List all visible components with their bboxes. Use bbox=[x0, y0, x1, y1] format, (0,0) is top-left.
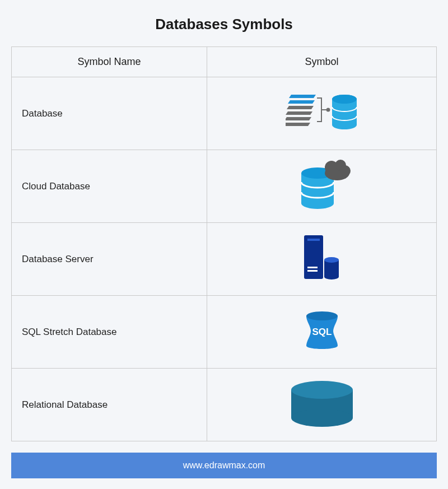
table-header-row: Symbol Name Symbol bbox=[12, 47, 437, 77]
footer-text: www.edrawmax.com bbox=[183, 460, 265, 470]
svg-point-9 bbox=[332, 120, 357, 129]
relational-database-icon bbox=[286, 379, 358, 429]
table-row: Cloud Database bbox=[12, 150, 437, 223]
table-row: Database bbox=[12, 77, 437, 150]
symbol-image-cell bbox=[207, 369, 437, 441]
symbol-image-cell bbox=[207, 77, 437, 150]
symbol-name-cell: Cloud Database bbox=[12, 150, 207, 223]
symbol-name-cell: SQL Stretch Database bbox=[12, 296, 207, 369]
sql-label: SQL bbox=[312, 327, 332, 337]
sql-stretch-icon: SQL bbox=[300, 309, 344, 353]
svg-point-27 bbox=[291, 409, 353, 427]
svg-marker-5 bbox=[286, 123, 310, 126]
svg-point-28 bbox=[291, 381, 353, 399]
symbol-image-cell bbox=[207, 150, 437, 223]
symbol-name-cell: Database bbox=[12, 77, 207, 150]
database-server-icon bbox=[300, 233, 344, 283]
page-title: Databases Symbols bbox=[11, 16, 437, 33]
svg-marker-2 bbox=[287, 106, 314, 109]
col-header-symbol: Symbol bbox=[207, 47, 437, 77]
svg-rect-21 bbox=[307, 270, 318, 272]
svg-point-12 bbox=[301, 198, 334, 209]
svg-point-25 bbox=[306, 311, 338, 320]
symbol-image-cell bbox=[207, 223, 437, 296]
symbols-table: Symbol Name Symbol Database bbox=[11, 46, 437, 441]
col-header-name: Symbol Name bbox=[12, 47, 207, 77]
svg-point-6 bbox=[326, 108, 329, 111]
table-row: Relational Database bbox=[12, 369, 437, 441]
svg-rect-18 bbox=[304, 235, 323, 279]
page-container: Databases Symbols Symbol Name Symbol Dat… bbox=[11, 16, 437, 478]
footer-bar: www.edrawmax.com bbox=[11, 453, 437, 478]
table-row: SQL Stretch Database SQL bbox=[12, 296, 437, 369]
symbol-name-cell: Database Server bbox=[12, 223, 207, 296]
table-row: Database Server bbox=[12, 223, 437, 296]
svg-point-10 bbox=[332, 95, 357, 104]
cloud-database-icon bbox=[291, 159, 353, 212]
svg-marker-3 bbox=[286, 111, 312, 115]
svg-point-23 bbox=[324, 274, 339, 280]
svg-marker-1 bbox=[288, 100, 315, 104]
database-icon bbox=[286, 90, 358, 135]
svg-marker-0 bbox=[289, 95, 316, 98]
svg-rect-20 bbox=[307, 267, 318, 268]
svg-rect-19 bbox=[307, 239, 320, 241]
symbol-name-cell: Relational Database bbox=[12, 369, 207, 441]
symbol-image-cell: SQL bbox=[207, 296, 437, 369]
svg-point-17 bbox=[339, 165, 351, 176]
svg-point-24 bbox=[324, 257, 339, 263]
svg-marker-4 bbox=[286, 117, 311, 120]
